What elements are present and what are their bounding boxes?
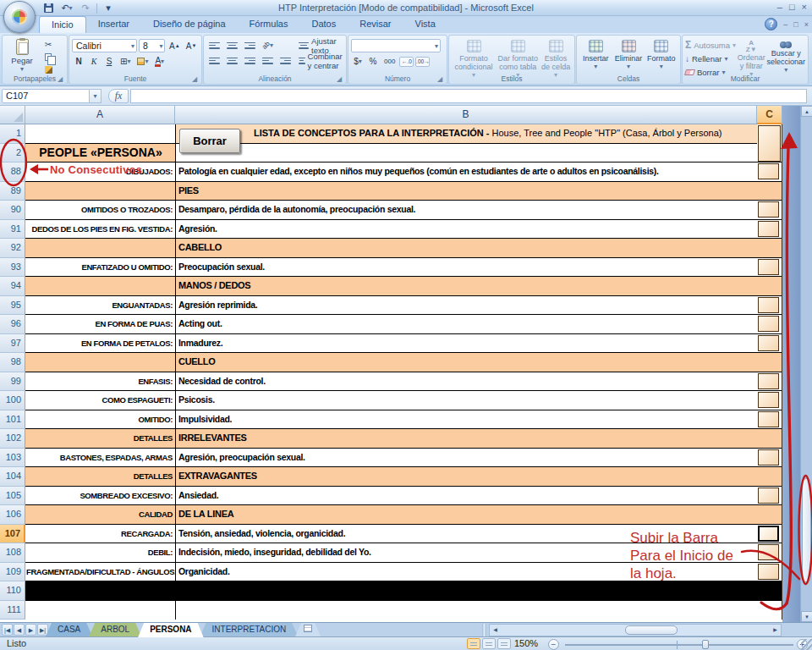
- redo-button[interactable]: ↷: [78, 2, 93, 14]
- cell-C100[interactable]: [758, 392, 779, 408]
- numero-dialog-launcher[interactable]: ◢: [437, 75, 445, 83]
- cell-A99[interactable]: ENFASIS:: [25, 372, 175, 392]
- vertical-scrollbar-thumb[interactable]: [802, 478, 811, 582]
- bold-button[interactable]: N: [72, 55, 85, 68]
- cell-B95[interactable]: Agresión reprimida.: [175, 296, 757, 316]
- formula-input[interactable]: [130, 89, 807, 103]
- cell-B92[interactable]: CABELLO: [175, 239, 757, 258]
- cell-A111[interactable]: [25, 601, 175, 620]
- increase-decimal-button[interactable]: ←.0: [399, 57, 414, 67]
- grow-font-button[interactable]: A▲: [167, 40, 182, 52]
- find-select-button[interactable]: Buscar y seleccionar▾: [766, 37, 805, 74]
- cut-button[interactable]: ✂: [41, 39, 56, 50]
- page-break-view-button[interactable]: [497, 638, 511, 649]
- row-header-1[interactable]: 1: [0, 124, 25, 144]
- wrap-text-button[interactable]: Ajustar texto: [297, 39, 354, 52]
- scroll-up-arrow[interactable]: ▲: [801, 106, 812, 117]
- customize-qat-button[interactable]: ▾: [101, 2, 116, 14]
- cell-B99[interactable]: Necesidad de control.: [175, 372, 757, 392]
- cell-C1-C2-merged[interactable]: [758, 125, 781, 162]
- cell-B98[interactable]: CUELLO: [175, 353, 757, 372]
- row-header-108[interactable]: 108: [0, 543, 25, 563]
- portapapeles-dialog-launcher[interactable]: ◢: [58, 75, 65, 83]
- row-header-111[interactable]: 111: [0, 601, 25, 620]
- ribbon-tab-f-rmulas[interactable]: Fórmulas: [238, 16, 300, 33]
- cell-C101[interactable]: [758, 411, 779, 427]
- cell-A107[interactable]: RECARGADA:: [25, 525, 175, 544]
- cell-B90[interactable]: Desamparo, pérdida de la autonomía, preo…: [175, 201, 757, 220]
- cell-B2[interactable]: [175, 144, 757, 163]
- italic-button[interactable]: K: [87, 55, 101, 68]
- row-header-100[interactable]: 100: [0, 391, 25, 410]
- cell-A1[interactable]: [25, 124, 175, 144]
- close-button[interactable]: ×: [802, 2, 807, 12]
- cell-B88[interactable]: Patología en cualquier edad, excepto en …: [175, 162, 757, 182]
- cell-A101[interactable]: OMITIDO:: [25, 410, 175, 430]
- cell-B89[interactable]: PIES: [175, 182, 757, 201]
- fill-color-button[interactable]: ▾: [134, 55, 151, 68]
- currency-button[interactable]: $▾: [351, 55, 365, 68]
- row-header-96[interactable]: 96: [0, 315, 25, 334]
- cell-C88[interactable]: [758, 163, 779, 179]
- align-center-button[interactable]: [224, 54, 240, 67]
- scroll-right-arrow[interactable]: ▶: [770, 625, 781, 636]
- increase-indent-button[interactable]: [277, 54, 294, 67]
- paste-button[interactable]: Pegar ▾: [5, 37, 39, 75]
- cell-A105[interactable]: SOMBREADO EXCESIVO:: [25, 487, 175, 506]
- cell-A109[interactable]: FRAGMENTADA/DIFICULTAD - ÁNGULOS:: [25, 563, 175, 582]
- cell-A90[interactable]: OMITIDOS O TROZADOS:: [25, 201, 175, 220]
- row-header-105[interactable]: 105: [0, 487, 25, 506]
- row-header-109[interactable]: 109: [0, 563, 25, 582]
- sheet-tab-interpretacion[interactable]: INTERPRETACION: [200, 623, 299, 636]
- cell-C99[interactable]: [758, 373, 779, 389]
- cell-C91[interactable]: [758, 221, 779, 237]
- row-header-2[interactable]: 2: [0, 144, 25, 163]
- zoom-out-button[interactable]: −: [548, 639, 559, 650]
- cell-A98[interactable]: [25, 353, 175, 372]
- horizontal-scrollbar-thumb[interactable]: [625, 625, 678, 635]
- row-header-107[interactable]: 107: [0, 525, 25, 544]
- align-middle-button[interactable]: [224, 39, 240, 52]
- cell-B96[interactable]: Acting out.: [175, 315, 757, 334]
- cell-A95[interactable]: ENGUANTADAS:: [25, 296, 175, 316]
- cell-A91[interactable]: DEDOS DE LOS PIES EN FIG. VESTIDA:: [25, 220, 175, 240]
- comma-style-button[interactable]: 000: [381, 55, 398, 68]
- cell-B101[interactable]: Impulsividad.: [175, 410, 757, 430]
- number-format-combo[interactable]: ▾: [351, 39, 441, 52]
- column-header-a[interactable]: A: [25, 106, 175, 124]
- column-header-b[interactable]: B: [175, 106, 757, 124]
- ribbon-tab-dise-o-de-p-gina[interactable]: Diseño de página: [141, 16, 238, 33]
- scroll-left-arrow[interactable]: ◀: [490, 625, 501, 636]
- cell-B91[interactable]: Agresión.: [175, 220, 757, 240]
- cell-C95[interactable]: [758, 297, 779, 313]
- row-header-101[interactable]: 101: [0, 410, 25, 430]
- office-button[interactable]: [3, 1, 36, 33]
- cell-A93[interactable]: ENFATIZADO U OMITIDO:: [25, 258, 175, 278]
- align-bottom-button[interactable]: [242, 39, 258, 52]
- cell-A102[interactable]: DETALLES: [25, 429, 175, 449]
- insert-worksheet-tab[interactable]: [295, 623, 321, 636]
- cell-C93[interactable]: [758, 259, 779, 275]
- decrease-decimal-button[interactable]: .00→: [415, 57, 430, 67]
- row-header-88[interactable]: 88: [0, 162, 25, 182]
- paste-dropdown-arrow[interactable]: ▾: [20, 65, 24, 73]
- cell-styles-button[interactable]: Estilos de celda▾: [540, 37, 572, 80]
- sort-filter-button[interactable]: AZ▼ Ordenar y filtrar▾: [736, 37, 766, 79]
- workbook-minimize-button[interactable]: –: [783, 20, 787, 29]
- row-header-95[interactable]: 95: [0, 296, 25, 316]
- next-sheet-button[interactable]: ▶: [25, 624, 36, 636]
- name-box[interactable]: C107: [2, 89, 90, 103]
- prev-sheet-button[interactable]: ◀: [14, 624, 25, 636]
- align-right-button[interactable]: [242, 54, 258, 67]
- cell-A104[interactable]: DETALLES: [25, 467, 175, 487]
- help-icon[interactable]: ?: [765, 18, 777, 30]
- underline-button[interactable]: S: [102, 55, 116, 68]
- autosum-button[interactable]: ΣAutosuma▾: [685, 39, 736, 51]
- ribbon-tab-datos[interactable]: Datos: [299, 16, 348, 33]
- horizontal-scrollbar[interactable]: ◀ ▶: [489, 624, 782, 636]
- cell-C105[interactable]: [758, 488, 779, 504]
- row-header-92[interactable]: 92: [0, 239, 25, 258]
- font-name-combo[interactable]: Calibri▾: [72, 39, 137, 52]
- vertical-scrollbar[interactable]: ▲ ▼: [800, 106, 812, 622]
- cell-C90[interactable]: [758, 201, 779, 218]
